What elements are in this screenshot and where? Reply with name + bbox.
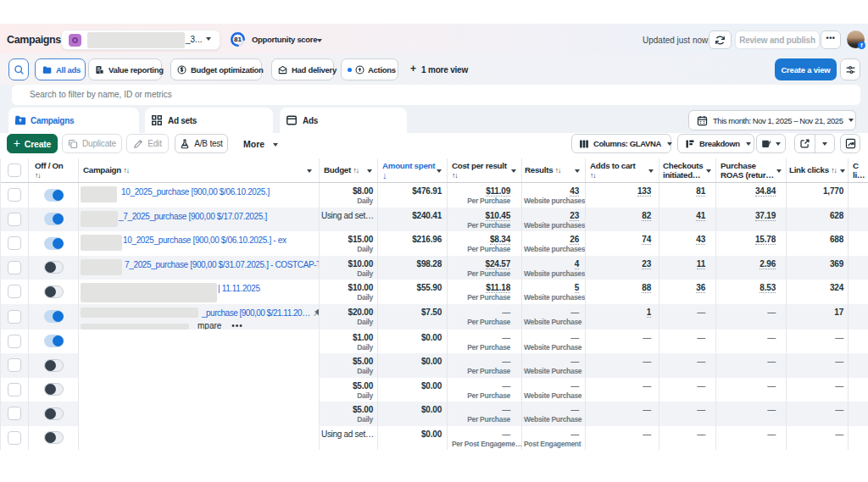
svg-text:81: 81	[234, 36, 242, 43]
